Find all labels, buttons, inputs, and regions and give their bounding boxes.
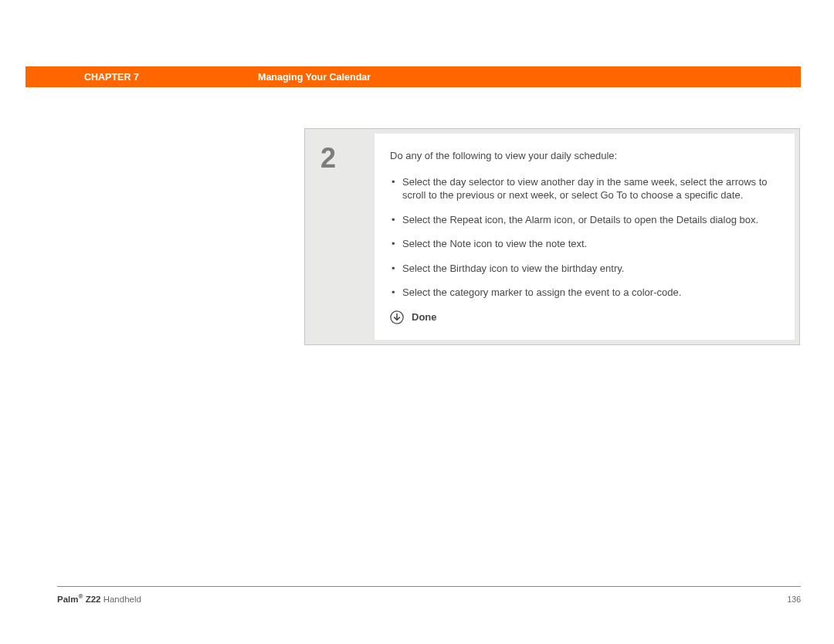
done-arrow-icon (390, 310, 404, 324)
step-bullet-list: Select the day selector to view another … (390, 175, 775, 300)
chapter-label: CHAPTER 7 (84, 72, 139, 83)
page-number: 136 (787, 595, 801, 604)
chapter-title: Managing Your Calendar (258, 72, 371, 83)
step-bullet: Select the Birthday icon to view the bir… (390, 262, 775, 276)
step-body: Do any of the following to view your dai… (375, 134, 795, 340)
step-bullet: Select the day selector to view another … (390, 175, 775, 202)
step-bullet: Select the Repeat icon, the Alarm icon, … (390, 213, 775, 227)
step-intro-text: Do any of the following to view your dai… (390, 149, 775, 163)
footer-rule (57, 586, 801, 587)
product-name-bold: Palm® Z22 (57, 595, 100, 604)
page-footer: Palm® Z22 Handheld 136 (57, 593, 801, 604)
step-bullet: Select the category marker to assign the… (390, 286, 775, 300)
step-number: 2 (310, 134, 375, 340)
product-name-rest: Handheld (100, 595, 141, 604)
done-row: Done (390, 310, 775, 324)
step-bullet: Select the Note icon to view the note te… (390, 237, 775, 251)
product-name: Palm® Z22 Handheld (57, 593, 141, 604)
done-label: Done (412, 310, 437, 324)
step-instruction-box: 2 Do any of the following to view your d… (304, 128, 800, 345)
document-page: CHAPTER 7 Managing Your Calendar 2 Do an… (0, 0, 834, 644)
step-inner: 2 Do any of the following to view your d… (310, 134, 795, 340)
chapter-header-bar: CHAPTER 7 Managing Your Calendar (25, 66, 801, 87)
